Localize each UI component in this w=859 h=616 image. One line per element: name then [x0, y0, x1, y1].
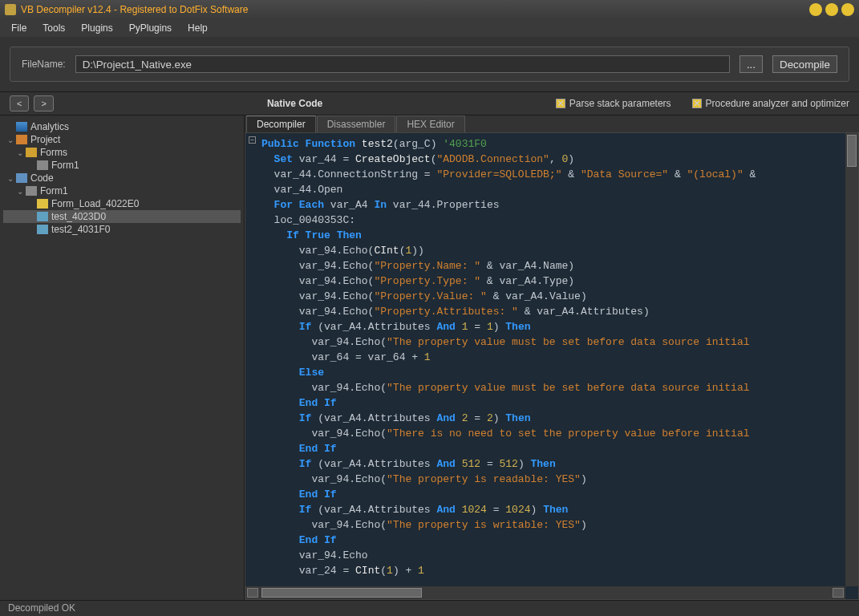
- tree-label: Form1: [40, 185, 68, 197]
- status-text: Decompiled OK: [8, 602, 75, 614]
- decompile-button[interactable]: Decompile: [772, 55, 837, 73]
- function-icon: [37, 199, 48, 209]
- menu-help[interactable]: Help: [180, 21, 216, 35]
- folder-icon: [26, 148, 37, 157]
- window-title: VB Decompiler v12.4 - Registered to DotF…: [21, 4, 806, 15]
- tree-label: Form1: [51, 160, 79, 171]
- tree-project[interactable]: ⌄Project: [3, 133, 241, 146]
- status-bar: Decompiled OK: [0, 600, 859, 616]
- nav-forward-button[interactable]: >: [34, 95, 53, 111]
- scroll-left-icon[interactable]: [247, 588, 258, 598]
- form-icon: [37, 160, 48, 170]
- scroll-thumb[interactable]: [847, 135, 857, 167]
- function-icon: [37, 212, 48, 221]
- checkbox-parse-stack[interactable]: ✕ Parse stack parameters: [556, 98, 671, 109]
- main-area: Analytics ⌄Project ⌄Forms Form1 ⌄Code ⌄F…: [0, 116, 859, 600]
- tree-code[interactable]: ⌄Code: [3, 172, 241, 184]
- tree-analytics[interactable]: Analytics: [3, 120, 241, 133]
- tab-disassembler[interactable]: Disassembler: [317, 116, 396, 132]
- tree-forms[interactable]: ⌄Forms: [3, 146, 241, 159]
- tree-label: test_4023D0: [51, 211, 106, 222]
- tree-label: Analytics: [30, 121, 69, 132]
- tree-fn-formload[interactable]: Form_Load_4022E0: [3, 197, 241, 210]
- tree-label: Project: [30, 134, 60, 145]
- editor-area: Decompiler Disassembler HEX Editor − Pub…: [245, 116, 859, 600]
- code-view[interactable]: − Public Function test2(arg_C) '4031F0 S…: [245, 132, 859, 600]
- expand-icon[interactable]: ⌄: [5, 174, 16, 183]
- menu-tools[interactable]: Tools: [34, 21, 73, 35]
- tab-hex[interactable]: HEX Editor: [396, 116, 464, 132]
- checkbox-proc-analyzer[interactable]: ✕ Procedure analyzer and optimizer: [692, 98, 849, 109]
- tree-fn-test2[interactable]: test2_4031F0: [3, 223, 241, 236]
- tab-decompiler[interactable]: Decompiler: [246, 116, 316, 132]
- function-icon: [37, 225, 48, 234]
- filename-label: FileName:: [22, 59, 66, 70]
- scroll-right-icon[interactable]: [833, 588, 844, 598]
- tree-code-form1[interactable]: ⌄Form1: [3, 184, 241, 197]
- close-button[interactable]: [841, 3, 854, 16]
- menu-pyplugins[interactable]: PyPlugins: [121, 21, 180, 35]
- nav-back-button[interactable]: <: [10, 95, 29, 111]
- stats-icon: [16, 122, 27, 132]
- menu-bar: File Tools Plugins PyPlugins Help: [0, 19, 859, 37]
- tree-label: test2_4031F0: [51, 224, 110, 235]
- checkbox-icon: ✕: [692, 99, 702, 108]
- expand-icon[interactable]: ⌄: [14, 148, 26, 157]
- project-icon: [16, 135, 27, 144]
- checkbox-label: Parse stack parameters: [569, 98, 671, 109]
- expand-icon[interactable]: ⌄: [5, 136, 16, 144]
- tree-label: Form_Load_4022E0: [51, 198, 139, 209]
- code-icon: [16, 173, 27, 183]
- tree-form1[interactable]: Form1: [3, 159, 241, 172]
- fold-icon[interactable]: −: [249, 136, 256, 144]
- browse-button[interactable]: ...: [739, 55, 763, 73]
- app-icon: [5, 4, 16, 15]
- title-bar: VB Decompiler v12.4 - Registered to DotF…: [0, 0, 859, 19]
- editor-tabs: Decompiler Disassembler HEX Editor: [245, 116, 859, 132]
- file-toolbar-box: FileName: ... Decompile: [10, 47, 849, 82]
- scroll-thumb[interactable]: [261, 588, 422, 598]
- vertical-scrollbar[interactable]: [845, 133, 858, 586]
- minimize-button[interactable]: [809, 3, 822, 16]
- tree-fn-test[interactable]: test_4023D0: [3, 210, 241, 223]
- maximize-button[interactable]: [825, 3, 838, 16]
- menu-file[interactable]: File: [3, 21, 34, 35]
- horizontal-scrollbar[interactable]: [245, 586, 845, 599]
- tree-label: Code: [30, 172, 54, 184]
- file-toolbar: FileName: ... Decompile: [0, 37, 859, 92]
- checkbox-icon: ✕: [556, 99, 565, 108]
- expand-icon[interactable]: ⌄: [14, 187, 26, 196]
- checkbox-label: Procedure analyzer and optimizer: [706, 98, 849, 109]
- code-content[interactable]: Public Function test2(arg_C) '4031F0 Set…: [245, 133, 858, 582]
- project-tree[interactable]: Analytics ⌄Project ⌄Forms Form1 ⌄Code ⌄F…: [0, 116, 245, 600]
- menu-plugins[interactable]: Plugins: [73, 21, 120, 35]
- tree-label: Forms: [40, 147, 67, 158]
- filename-input[interactable]: [75, 55, 730, 73]
- panel-title: Native Code: [267, 98, 322, 109]
- form-icon: [26, 186, 37, 196]
- nav-row: < > Native Code ✕ Parse stack parameters…: [0, 92, 859, 116]
